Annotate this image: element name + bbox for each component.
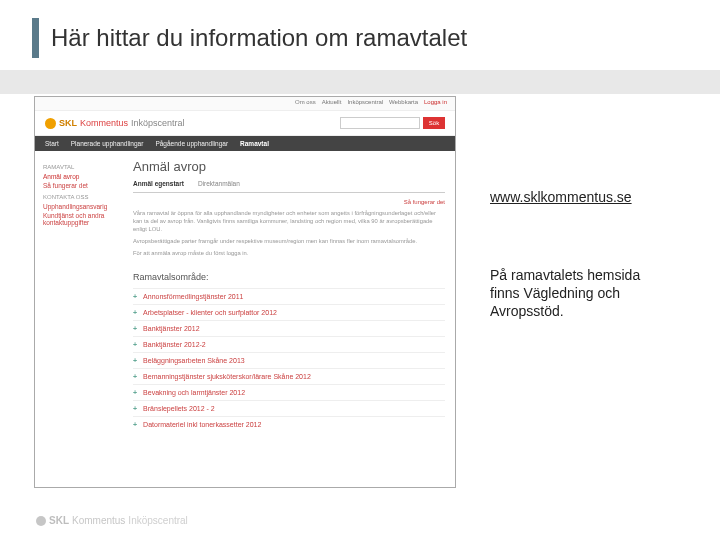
search-button[interactable]: Sök [423, 117, 445, 129]
header: SKL Kommentus Inköpscentral Sök [35, 111, 455, 136]
body: RAMAVTAL Anmäl avrop Så fungerar det KON… [35, 151, 455, 440]
tabs: Anmäl egenstart Direktanmälan [133, 180, 445, 193]
title-accent [32, 18, 39, 58]
expand-icon: + [133, 357, 137, 364]
footer-logo: SKL Kommentus Inköpscentral [36, 515, 188, 526]
list-item-link[interactable]: Bevakning och larmtjänster 2012 [143, 389, 245, 396]
list-item-link[interactable]: Banktjänster 2012-2 [143, 341, 206, 348]
sidebar-link[interactable]: Upphandlingsansvarig [43, 203, 117, 210]
slide-body-text: På ramavtalets hemsida finns Vägledning … [490, 266, 670, 321]
topbar-link[interactable]: Om oss [295, 99, 316, 108]
list-item-link[interactable]: Arbetsplatser - klienter och surfplattor… [143, 309, 277, 316]
list-item[interactable]: +Bränslepellets 2012 - 2 [133, 400, 445, 416]
sidebar: RAMAVTAL Anmäl avrop Så fungerar det KON… [35, 151, 123, 440]
search-area: Sök [340, 117, 445, 129]
list-item[interactable]: +Banktjänster 2012-2 [133, 336, 445, 352]
search-input[interactable] [340, 117, 420, 129]
sub-right-link[interactable]: Så fungerar det [404, 199, 445, 205]
main-content: Anmäl avrop Anmäl egenstart Direktanmäla… [123, 151, 455, 440]
group-heading: Ramavtalsområde: [133, 272, 445, 282]
topbar-login[interactable]: Logga in [424, 99, 447, 108]
tab[interactable]: Direktanmälan [198, 180, 240, 189]
footer-text: Kommentus [72, 515, 125, 526]
sidebar-link[interactable]: Anmäl avrop [43, 173, 117, 180]
list-item[interactable]: +Bevakning och larmtjänster 2012 [133, 384, 445, 400]
list-item-link[interactable]: Beläggningsarbeten Skåne 2013 [143, 357, 245, 364]
topbar-link[interactable]: Aktuellt [322, 99, 342, 108]
topbar-link[interactable]: Webbkarta [389, 99, 418, 108]
list-item[interactable]: +Banktjänster 2012 [133, 320, 445, 336]
site-logo[interactable]: SKL Kommentus Inköpscentral [45, 118, 185, 129]
expand-icon: + [133, 373, 137, 380]
slide-title: Här hittar du information om ramavtalet [51, 24, 467, 52]
sidebar-heading: RAMAVTAL [43, 164, 117, 170]
gray-band [0, 70, 720, 94]
expand-icon: + [133, 325, 137, 332]
list-item[interactable]: +Arbetsplatser - klienter och surfplatto… [133, 304, 445, 320]
expand-icon: + [133, 405, 137, 412]
group-list: +Annonsförmedlingstjänster 2011+Arbetspl… [133, 288, 445, 432]
paragraph: Våra ramavtal är öppna för alla upphandl… [133, 209, 445, 233]
expand-icon: + [133, 293, 137, 300]
tab-active[interactable]: Anmäl egenstart [133, 180, 184, 189]
nav-item[interactable]: Pågående upphandlingar [155, 140, 228, 147]
embedded-screenshot: Om oss Aktuellt Inköpscentral Webbkarta … [34, 96, 456, 488]
footer-text: Inköpscentral [128, 515, 187, 526]
expand-icon: + [133, 389, 137, 396]
logo-icon [45, 118, 56, 129]
nav-item[interactable]: Planerade upphandlingar [71, 140, 144, 147]
logo-text: Inköpscentral [131, 118, 185, 128]
list-item-link[interactable]: Banktjänster 2012 [143, 325, 199, 332]
footer-text: SKL [49, 515, 69, 526]
main-nav: Start Planerade upphandlingar Pågående u… [35, 136, 455, 151]
nav-item[interactable]: Start [45, 140, 59, 147]
list-item-link[interactable]: Annonsförmedlingstjänster 2011 [143, 293, 243, 300]
sidebar-heading: KONTAKTA OSS [43, 194, 117, 200]
list-item-link[interactable]: Datormateriel inkl tonerkassetter 2012 [143, 421, 261, 428]
topbar: Om oss Aktuellt Inköpscentral Webbkarta … [35, 97, 455, 111]
paragraph: Avropsberättigade parter framgår under r… [133, 237, 445, 245]
sidebar-link[interactable]: Så fungerar det [43, 182, 117, 189]
page-heading: Anmäl avrop [133, 159, 445, 174]
logo-text: SKL [59, 118, 77, 128]
list-item[interactable]: +Beläggningsarbeten Skåne 2013 [133, 352, 445, 368]
nav-item-active[interactable]: Ramavtal [240, 140, 269, 147]
topbar-link[interactable]: Inköpscentral [347, 99, 383, 108]
list-item[interactable]: +Bemanningstjänster sjuksköterskor/lärar… [133, 368, 445, 384]
list-item[interactable]: +Datormateriel inkl tonerkassetter 2012 [133, 416, 445, 432]
slide-title-bar: Här hittar du information om ramavtalet [32, 18, 467, 58]
slide-link[interactable]: www.sklkommentus.se [490, 188, 632, 206]
list-item-link[interactable]: Bränslepellets 2012 - 2 [143, 405, 215, 412]
sub-row: Så fungerar det [133, 199, 445, 205]
logo-icon [36, 516, 46, 526]
expand-icon: + [133, 421, 137, 428]
expand-icon: + [133, 341, 137, 348]
expand-icon: + [133, 309, 137, 316]
list-item[interactable]: +Annonsförmedlingstjänster 2011 [133, 288, 445, 304]
logo-text: Kommentus [80, 118, 128, 128]
list-item-link[interactable]: Bemanningstjänster sjuksköterskor/lärare… [143, 373, 311, 380]
paragraph: För att anmäla avrop måste du först logg… [133, 249, 445, 257]
sidebar-link[interactable]: Kundtjänst och andra kontaktuppgifter [43, 212, 117, 226]
